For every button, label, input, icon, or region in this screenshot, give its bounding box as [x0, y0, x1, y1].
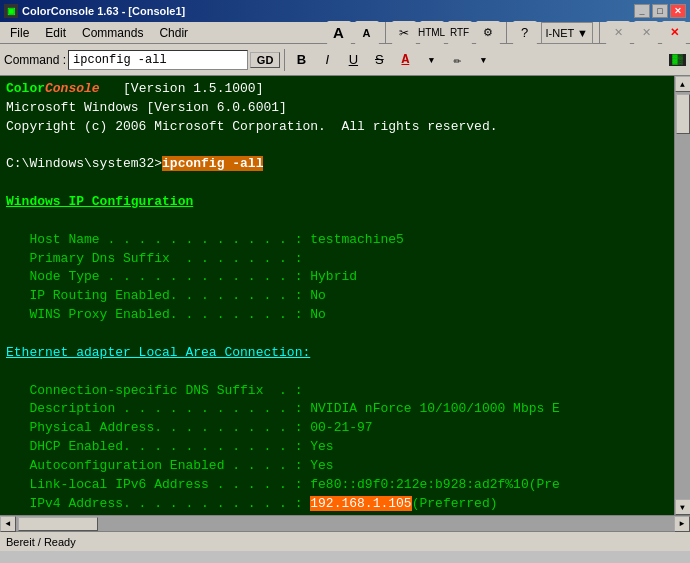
console-scroll[interactable]: ColorConsole [Version 1.5.1000] Microsof… — [0, 76, 674, 515]
title-buttons: _ □ ✕ — [634, 4, 686, 18]
font-color-button[interactable]: A — [393, 48, 417, 72]
toolbar: Command : GD B I U S A ▾ ✏ ▾ ▓▒ — [0, 44, 690, 76]
html-button[interactable]: HTML — [420, 21, 444, 45]
underline-button[interactable]: U — [341, 48, 365, 72]
tb-close1[interactable]: ✕ — [606, 21, 630, 45]
go-button[interactable]: GD — [250, 52, 281, 68]
command-label: Command : — [4, 53, 66, 67]
inet-label: I-NET ▼ — [546, 27, 588, 39]
strikethrough-button[interactable]: S — [367, 48, 391, 72]
title-bar: ▣ ColorConsole 1.63 - [Console1] _ □ ✕ — [0, 0, 690, 22]
separator — [385, 22, 386, 44]
vertical-scrollbar[interactable]: ▲ ▼ — [674, 76, 690, 515]
tb-close3[interactable]: ✕ — [662, 21, 686, 45]
status-bar: Bereit / Ready — [0, 531, 690, 551]
separator5: ▾ — [419, 48, 443, 72]
maximize-button[interactable]: □ — [652, 4, 668, 18]
close-button[interactable]: ✕ — [670, 4, 686, 18]
console-text: ColorConsole [Version 1.5.1000] Microsof… — [6, 80, 668, 515]
scroll-track[interactable] — [675, 92, 690, 499]
tb-close2[interactable]: ✕ — [634, 21, 658, 45]
separator2 — [506, 22, 507, 44]
hscroll-right-button[interactable]: ► — [674, 516, 690, 532]
command-input[interactable] — [68, 50, 248, 70]
menu-chdir[interactable]: Chdir — [153, 24, 194, 42]
italic-button[interactable]: I — [315, 48, 339, 72]
cut-icon[interactable]: ✂ — [392, 21, 416, 45]
hscroll-thumb[interactable] — [18, 517, 98, 531]
menu-bar: File Edit Commands Chdir A A ✂ HTML RTF … — [0, 22, 690, 44]
separator3 — [599, 22, 600, 44]
window-title: ColorConsole 1.63 - [Console1] — [22, 5, 185, 17]
hscroll-track[interactable] — [16, 516, 674, 531]
help-button[interactable]: ? — [513, 21, 537, 45]
minimize-button[interactable]: _ — [634, 4, 650, 18]
status-text: Bereit / Ready — [6, 536, 76, 548]
matrix-icon: ▓▒ — [669, 54, 686, 66]
menu-file[interactable]: File — [4, 24, 35, 42]
font-smaller-button[interactable]: A — [355, 21, 379, 45]
settings-icon[interactable]: ⚙ — [476, 21, 500, 45]
scroll-up-button[interactable]: ▲ — [675, 76, 691, 92]
highlight-button[interactable]: ✏ — [445, 48, 469, 72]
console-container: ColorConsole [Version 1.5.1000] Microsof… — [0, 76, 690, 515]
highlight-arrow[interactable]: ▾ — [471, 48, 495, 72]
horizontal-scrollbar[interactable]: ◄ ► — [0, 515, 690, 531]
rtf-button[interactable]: RTF — [448, 21, 472, 45]
hscroll-left-button[interactable]: ◄ — [0, 516, 16, 532]
sep4 — [284, 49, 285, 71]
font-larger-button[interactable]: A — [327, 21, 351, 45]
menu-commands[interactable]: Commands — [76, 24, 149, 42]
bold-button[interactable]: B — [289, 48, 313, 72]
menu-edit[interactable]: Edit — [39, 24, 72, 42]
title-left: ▣ ColorConsole 1.63 - [Console1] — [4, 4, 185, 18]
inet-dropdown[interactable]: I-NET ▼ — [541, 22, 593, 44]
scroll-down-button[interactable]: ▼ — [675, 499, 691, 515]
app-icon: ▣ — [4, 4, 18, 18]
scroll-thumb[interactable] — [676, 94, 690, 134]
